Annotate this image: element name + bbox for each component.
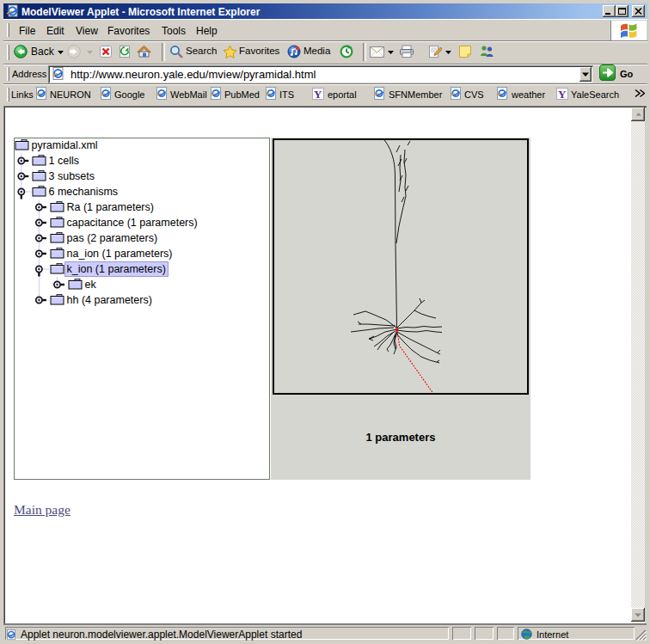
svg-text:Y: Y	[314, 88, 322, 101]
svg-text:Y: Y	[558, 88, 567, 101]
